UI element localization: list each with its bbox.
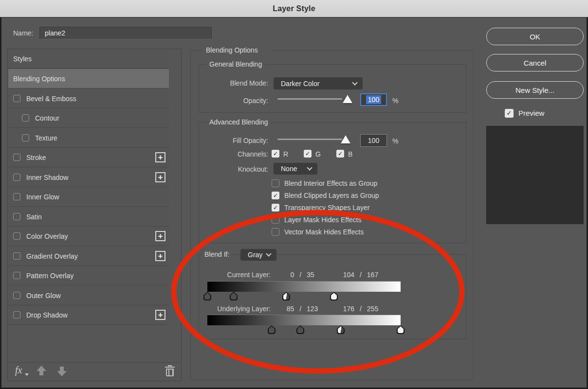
current-layer-white-values: 104 / 167 <box>336 271 385 279</box>
channels-label: Channels: <box>196 150 268 158</box>
knockout-label: Knockout: <box>196 165 268 173</box>
vector-mask-hides-checkbox[interactable] <box>272 228 279 236</box>
channel-g-label: G <box>315 150 321 158</box>
opacity-label: Opacity: <box>196 97 268 105</box>
fx-caret-icon <box>25 373 29 376</box>
checkbox[interactable] <box>13 154 20 161</box>
blend-mode-label: Blend Mode: <box>196 79 268 87</box>
sidebar-item-styles[interactable]: Styles <box>8 49 169 69</box>
checkbox[interactable] <box>13 311 20 318</box>
sidebar-item-inner-glow[interactable]: Inner Glow <box>8 187 169 207</box>
preview-checkbox[interactable]: ✓ <box>505 109 514 118</box>
chevron-down-icon <box>352 80 357 85</box>
dialog-title: Layer Style <box>273 4 315 13</box>
sidebar-item-inner-shadow[interactable]: Inner Shadow+ <box>8 168 169 187</box>
blend-if-label: Blend If: <box>202 250 232 258</box>
checkbox[interactable] <box>13 174 20 181</box>
titlebar[interactable]: Layer Style <box>0 0 588 18</box>
blend-interior-effects-checkbox[interactable] <box>272 179 279 187</box>
checkbox[interactable] <box>13 95 20 102</box>
checkbox[interactable] <box>13 272 20 279</box>
layer-mask-hides-checkbox[interactable] <box>272 216 279 224</box>
channel-r-label: R <box>283 150 288 158</box>
ok-button[interactable]: OK <box>486 28 584 45</box>
channel-r-checkbox[interactable]: ✓ <box>272 150 279 158</box>
checkbox[interactable] <box>13 213 20 220</box>
blend-clipped-layers-checkbox[interactable]: ✓ <box>272 192 279 199</box>
add-effect-icon[interactable]: + <box>155 251 165 261</box>
sidebar-item-gradient-overlay[interactable]: Gradient Overlay+ <box>8 247 169 266</box>
sidebar-item-satin[interactable]: Satin <box>8 207 169 227</box>
opacity-input[interactable]: 100 <box>360 93 387 106</box>
add-effect-icon[interactable]: + <box>155 310 165 320</box>
sidebar-item-pattern-overlay[interactable]: Pattern Overlay <box>8 266 169 285</box>
chevron-down-icon <box>307 165 312 170</box>
layer-style-dialog: Layer Style Name: plane2 Styles Blending… <box>0 0 588 389</box>
fill-opacity-slider[interactable] <box>277 139 342 140</box>
name-label: Name: <box>13 29 33 37</box>
sidebar-item-color-overlay[interactable]: Color Overlay+ <box>8 227 169 246</box>
underlying-layer-gradient <box>207 315 401 325</box>
blend-if-dropdown[interactable]: Gray <box>240 248 277 261</box>
sidebar-item-texture[interactable]: Texture <box>8 128 169 148</box>
knockout-dropdown[interactable]: None <box>273 162 318 175</box>
new-style-button[interactable]: New Style... <box>486 81 584 99</box>
underlying-layer-label: Underlying Layer: <box>199 305 271 313</box>
sidebar-item-bevel-emboss[interactable]: Bevel & Emboss <box>8 89 169 108</box>
cancel-button[interactable]: Cancel <box>486 54 584 71</box>
add-effect-icon[interactable]: + <box>155 231 165 241</box>
opacity-slider-handle[interactable] <box>343 95 352 103</box>
current-layer-gradient <box>207 281 401 292</box>
preview-swatch <box>486 126 584 224</box>
channel-g-checkbox[interactable]: ✓ <box>304 150 312 158</box>
underlying-layer-black-values: 85 / 123 <box>280 305 325 313</box>
checkbox[interactable] <box>22 114 29 122</box>
vector-mask-hides-label: Vector Mask Hides Effects <box>284 228 364 236</box>
sidebar-item-outer-glow[interactable]: Outer Glow <box>8 286 169 305</box>
checkbox[interactable] <box>13 292 20 299</box>
transparency-shapes-label: Transparency Shapes Layer <box>284 204 369 212</box>
add-effect-icon[interactable]: + <box>155 152 165 162</box>
preview-label: Preview <box>518 109 544 117</box>
blending-options-heading: Blending Options <box>203 46 261 54</box>
checkbox[interactable] <box>13 193 20 200</box>
fx-menu-button[interactable]: fx <box>15 365 22 376</box>
checkbox[interactable] <box>13 252 20 260</box>
sidebar-item-blending-options[interactable]: Blending Options <box>8 69 169 88</box>
fill-opacity-label: Fill Opacity: <box>196 137 268 144</box>
underlying-layer-white-values: 176 / 255 <box>336 305 385 313</box>
current-layer-black-values: 0 / 35 <box>280 271 325 279</box>
general-blending-title: General Blending <box>206 60 265 68</box>
sidebar-item-stroke[interactable]: Stroke+ <box>8 148 169 167</box>
styles-sidebar: Styles Blending Options Bevel & Emboss C… <box>7 49 182 381</box>
transparency-shapes-checkbox[interactable]: ✓ <box>272 204 279 212</box>
name-input[interactable]: plane2 <box>39 27 212 39</box>
delete-effect-button[interactable] <box>165 365 175 377</box>
sidebar-item-drop-shadow[interactable]: Drop Shadow+ <box>8 305 169 325</box>
channel-b-checkbox[interactable]: ✓ <box>336 150 344 158</box>
opacity-unit: % <box>392 97 398 105</box>
checkbox[interactable] <box>13 232 20 240</box>
opacity-slider[interactable] <box>277 98 342 100</box>
fill-opacity-input[interactable]: 100 <box>360 134 387 147</box>
sidebar-item-contour[interactable]: Contour <box>8 108 169 128</box>
chevron-down-icon <box>266 251 271 256</box>
blend-mode-dropdown[interactable]: Darker Color <box>273 77 363 90</box>
move-effect-down-button[interactable] <box>57 366 67 376</box>
layer-mask-hides-label: Layer Mask Hides Effects <box>284 216 361 224</box>
move-effect-up-button[interactable] <box>37 366 46 376</box>
sidebar-toolbar: fx <box>8 362 181 381</box>
channel-b-label: B <box>348 150 352 158</box>
fill-opacity-slider-handle[interactable] <box>341 135 350 143</box>
blend-clipped-layers-label: Blend Clipped Layers as Group <box>284 192 379 199</box>
advanced-blending-title: Advanced Blending <box>206 118 271 126</box>
add-effect-icon[interactable]: + <box>155 172 165 182</box>
checkbox[interactable] <box>22 134 29 141</box>
fill-opacity-unit: % <box>392 137 398 145</box>
current-layer-label: Current Layer: <box>199 271 271 279</box>
blend-interior-effects-label: Blend Interior Effects as Group <box>284 179 377 187</box>
